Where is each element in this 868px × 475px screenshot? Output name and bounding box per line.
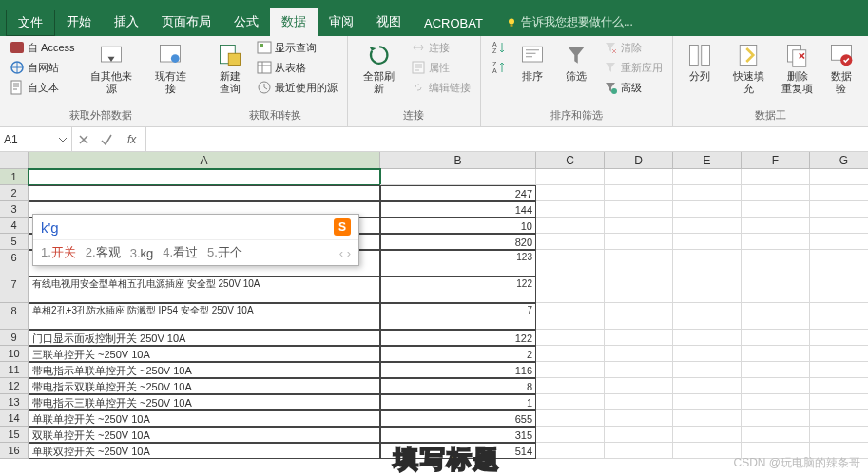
row-header[interactable]: 12 bbox=[0, 378, 29, 394]
sort-za[interactable]: ZA bbox=[487, 58, 510, 77]
cell[interactable]: 10 bbox=[380, 218, 536, 234]
flash-fill[interactable]: 快速填充 bbox=[723, 38, 775, 106]
cell[interactable] bbox=[29, 169, 380, 185]
cell[interactable] bbox=[810, 169, 868, 185]
cell[interactable] bbox=[605, 427, 673, 443]
row-header[interactable]: 16 bbox=[0, 443, 29, 459]
cell[interactable] bbox=[673, 303, 742, 330]
cancel-icon[interactable] bbox=[76, 132, 91, 147]
tab-data[interactable]: 数据 bbox=[270, 8, 318, 36]
cell[interactable] bbox=[742, 410, 810, 427]
cell[interactable] bbox=[810, 201, 868, 218]
cell[interactable] bbox=[536, 250, 605, 276]
cell[interactable] bbox=[810, 410, 868, 427]
connections[interactable]: 连接 bbox=[407, 38, 474, 57]
col-header-A[interactable]: A bbox=[29, 152, 380, 169]
cell[interactable]: 2 bbox=[380, 346, 536, 362]
ime-candidate[interactable]: 5.开个 bbox=[207, 244, 242, 261]
cell[interactable] bbox=[673, 169, 742, 185]
cell[interactable] bbox=[673, 427, 742, 443]
cell[interactable] bbox=[742, 303, 810, 330]
cell[interactable]: 247 bbox=[380, 185, 536, 201]
tab-file[interactable]: 文件 bbox=[6, 10, 55, 36]
col-header-F[interactable]: F bbox=[742, 152, 810, 169]
cell[interactable]: 单联单控开关 ~250V 10A bbox=[29, 410, 380, 427]
cell[interactable] bbox=[605, 303, 673, 330]
row-header[interactable]: 13 bbox=[0, 394, 29, 410]
tab-home[interactable]: 开始 bbox=[55, 8, 103, 36]
cell[interactable] bbox=[673, 346, 742, 362]
from-other[interactable]: 自其他来源 bbox=[81, 38, 143, 106]
cell[interactable] bbox=[810, 346, 868, 362]
from-table[interactable]: 从表格 bbox=[253, 58, 341, 77]
reapply[interactable]: 重新应用 bbox=[599, 58, 666, 77]
cell[interactable] bbox=[810, 185, 868, 201]
cell[interactable] bbox=[742, 250, 810, 276]
cell[interactable] bbox=[536, 443, 605, 459]
cell[interactable] bbox=[742, 234, 810, 250]
cell[interactable]: 门口显示面板控制开关 250V 10A bbox=[29, 330, 380, 346]
cell[interactable] bbox=[673, 234, 742, 250]
cell[interactable] bbox=[742, 378, 810, 394]
refresh-all[interactable]: 全部刷新 bbox=[354, 38, 405, 106]
cell[interactable]: 有线电视用安全型单相五孔电源插座 安全型 250V 10A bbox=[29, 276, 380, 303]
cell[interactable] bbox=[673, 362, 742, 378]
tab-insert[interactable]: 插入 bbox=[103, 8, 150, 36]
cell[interactable]: 单相2孔+3孔防水插座 防溅型 IP54 安全型 250V 10A bbox=[29, 303, 380, 330]
ime-candidate[interactable]: 4.看过 bbox=[163, 244, 198, 261]
cell[interactable] bbox=[673, 443, 742, 459]
cell[interactable] bbox=[810, 276, 868, 303]
cell[interactable] bbox=[536, 201, 605, 218]
tab-review[interactable]: 审阅 bbox=[318, 8, 365, 36]
cell[interactable]: 带电指示单联单控开关 ~250V 10A bbox=[29, 362, 380, 378]
tell-me[interactable]: 告诉我您想要做什么... bbox=[494, 9, 645, 36]
cell[interactable] bbox=[673, 250, 742, 276]
cell[interactable] bbox=[536, 330, 605, 346]
cell[interactable] bbox=[810, 394, 868, 410]
cell[interactable] bbox=[380, 169, 536, 185]
cell[interactable] bbox=[536, 362, 605, 378]
cell[interactable]: 三联单控开关 ~250V 10A bbox=[29, 346, 380, 362]
cell[interactable]: 315 bbox=[380, 427, 536, 443]
cell[interactable]: 双联单控开关 ~250V 10A bbox=[29, 427, 380, 443]
cell[interactable] bbox=[742, 185, 810, 201]
cell[interactable] bbox=[810, 362, 868, 378]
cell[interactable]: 123 bbox=[380, 250, 536, 276]
cell[interactable] bbox=[742, 394, 810, 410]
show-queries[interactable]: 显示查询 bbox=[253, 38, 341, 57]
cell[interactable] bbox=[673, 185, 742, 201]
edit-links[interactable]: 编辑链接 bbox=[407, 78, 474, 97]
cell[interactable] bbox=[810, 234, 868, 250]
cell[interactable] bbox=[605, 330, 673, 346]
enter-icon[interactable] bbox=[99, 132, 114, 147]
cell[interactable] bbox=[810, 250, 868, 276]
row-header[interactable]: 10 bbox=[0, 346, 29, 362]
cell[interactable] bbox=[673, 330, 742, 346]
cell[interactable] bbox=[605, 185, 673, 201]
new-query[interactable]: 新建 查询 bbox=[209, 38, 251, 106]
ime-candidate[interactable]: 2.客观 bbox=[86, 244, 121, 261]
tab-acrobat[interactable]: ACROBAT bbox=[413, 10, 494, 36]
cell[interactable] bbox=[605, 394, 673, 410]
tab-view[interactable]: 视图 bbox=[365, 8, 413, 36]
from-text[interactable]: 自文本 bbox=[6, 78, 79, 97]
cell[interactable] bbox=[605, 250, 673, 276]
cell[interactable] bbox=[605, 362, 673, 378]
cell[interactable] bbox=[536, 185, 605, 201]
cell[interactable] bbox=[605, 378, 673, 394]
cell[interactable] bbox=[673, 201, 742, 218]
fx-label[interactable]: fx bbox=[122, 133, 142, 146]
ime-candidate[interactable]: 3.kg bbox=[130, 246, 154, 260]
cell[interactable] bbox=[536, 218, 605, 234]
cell[interactable] bbox=[673, 394, 742, 410]
ime-nav[interactable]: ‹ › bbox=[339, 246, 351, 260]
from-web[interactable]: 自网站 bbox=[6, 58, 79, 77]
cell[interactable]: 122 bbox=[380, 330, 536, 346]
cell[interactable]: 116 bbox=[380, 362, 536, 378]
sort-az[interactable]: AZ bbox=[487, 38, 510, 57]
row-header[interactable]: 8 bbox=[0, 303, 29, 330]
cell[interactable] bbox=[605, 201, 673, 218]
cell[interactable] bbox=[536, 427, 605, 443]
row-header[interactable]: 2 bbox=[0, 185, 29, 201]
recent-sources[interactable]: 最近使用的源 bbox=[253, 78, 341, 97]
